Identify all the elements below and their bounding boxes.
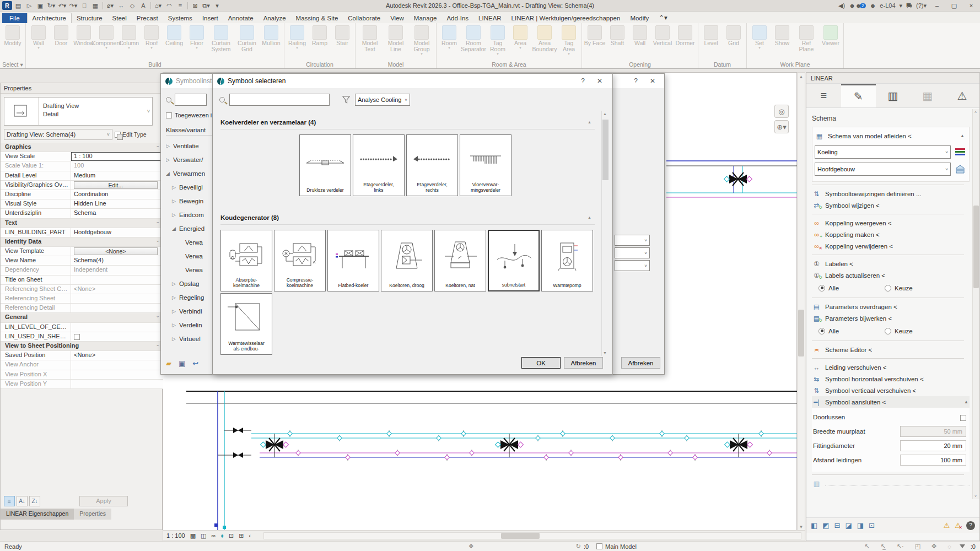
default-3d-view-icon[interactable]: ⌂▾ (153, 1, 163, 10)
property-value[interactable] (71, 370, 163, 379)
panel-help-icon[interactable]: ? (966, 521, 975, 530)
assigned-checkbox[interactable] (166, 112, 172, 118)
undo-settings-icon[interactable]: ↩ (192, 359, 198, 368)
property-section[interactable]: View to Sheet Positioning⌄ (1, 342, 163, 351)
select-underlay-toggle-icon[interactable]: ↖̲ (881, 543, 886, 550)
edit-type-button[interactable]: Edit Type (114, 129, 160, 140)
ribbon-button-curtain-system[interactable]: Curtain System (208, 24, 234, 52)
dialog-close-button[interactable]: ✕ (597, 77, 602, 85)
text-icon[interactable]: A (138, 1, 148, 10)
analysis-filter-combo[interactable]: Analyse Cooling ˅ (355, 94, 410, 106)
maximize-button[interactable]: ▢ (947, 1, 961, 10)
ribbon-button-modify[interactable]: Modify (2, 24, 24, 46)
tree-item-eindcom[interactable]: ▷Eindcom (166, 208, 213, 222)
tree-item-virtueel[interactable]: ▷Virtueel (166, 332, 213, 344)
ribbon-button-model-group[interactable]: Model Group▾ (409, 24, 434, 56)
panel-action-sym-h[interactable]: ⇆Symbool horizontaal verschuiven < (812, 373, 970, 385)
collaboration-icon[interactable]: ☻☻2 (849, 2, 866, 9)
palette-tab-properties[interactable]: Properties (74, 509, 111, 520)
tree-item-energied[interactable]: ◢Energied (166, 222, 213, 235)
property-value[interactable]: Coordination (71, 190, 163, 199)
clipped-action-row[interactable]: ▥ (812, 478, 970, 489)
ribbon-button-column[interactable]: Column▾ (118, 24, 140, 50)
tree-item-opslag[interactable]: ▷Opslag (166, 277, 213, 290)
radio-keuze[interactable]: Keuze (885, 328, 951, 334)
ribbon-button-show[interactable]: Show (771, 24, 793, 46)
symbol-tile-warmtewisselaar[interactable]: Warmtewisselaar als eindbou- (220, 293, 272, 355)
scroll-down-arrow[interactable]: ˅ (974, 494, 977, 498)
property-value[interactable] (71, 294, 163, 303)
panel-action-link-view[interactable]: ∞Koppeling weergeven < (812, 217, 970, 229)
tree-expander-icon[interactable]: ▷ (172, 185, 179, 190)
warning-new-icon[interactable]: ⚠ (944, 521, 950, 530)
system-combo[interactable]: Koeling˅ (815, 145, 951, 159)
ribbon-button-ceiling[interactable]: Ceiling (163, 24, 185, 46)
property-value[interactable]: Independent (71, 266, 163, 274)
ribbon-button-railing[interactable]: Railing▾ (286, 24, 308, 50)
tree-item-beveiligi[interactable]: ▷Beveiligi (166, 180, 213, 194)
tree-item-verwa[interactable]: Verwa (166, 249, 213, 263)
ribbon-button-by-face[interactable]: By Face (584, 24, 606, 46)
dialog-close-button[interactable]: ✕ (650, 77, 655, 85)
tree-item-verwarmen[interactable]: ◢Verwarmen (166, 166, 213, 180)
ribbon-button-door[interactable]: Door (50, 24, 72, 46)
dialog-help-button[interactable]: ? (581, 77, 585, 85)
dialog-title-bar[interactable]: Symbool selecteren ? ✕ (213, 74, 612, 88)
tag-icon[interactable]: ◇ (127, 1, 137, 10)
canvas-horizontal-scrollbar[interactable] (263, 532, 801, 539)
scrollbar-thumb[interactable] (602, 120, 609, 180)
ribbon-button-level[interactable]: Level (700, 24, 722, 46)
property-value[interactable] (71, 380, 163, 388)
instance-selector[interactable]: Drafting View: Schema(4) ˅ (4, 129, 112, 140)
scrollbar-thumb[interactable] (501, 533, 540, 539)
property-section[interactable]: Identity Data⌄ (1, 237, 163, 247)
apply-button[interactable]: Apply (79, 496, 128, 506)
panel-action-change[interactable]: ⇄↻Symbool wijzigen < (812, 199, 970, 211)
property-checkbox[interactable] (74, 334, 80, 340)
tree-item-verdelin[interactable]: ▷Verdelin (166, 318, 213, 332)
ribbon-button-vertical[interactable]: Vertical (651, 24, 674, 46)
scrollbar-thumb[interactable] (798, 310, 804, 356)
ribbon-button-set[interactable]: Set▾ (749, 24, 771, 50)
ribbon-button-ramp[interactable]: Ramp (309, 24, 331, 46)
tree-expander-icon[interactable]: ▷ (172, 281, 179, 287)
exclude-options-checkbox[interactable] (596, 543, 602, 549)
collapse-arrow-icon[interactable]: ▲ (960, 133, 966, 138)
select-cancel-button[interactable]: Afbreken (564, 357, 603, 369)
ribbon-tab-architecture[interactable]: Architecture (27, 13, 72, 23)
duct-tool-2-icon[interactable]: ◨ (857, 521, 864, 530)
detail-level-icon[interactable]: ▩ (190, 532, 196, 539)
select-by-face-toggle-icon[interactable]: ◰ (915, 543, 920, 550)
select-pinned-toggle-icon[interactable]: ↖· (897, 543, 904, 550)
settings-cancel-button[interactable]: Afbreken (621, 357, 660, 369)
ribbon-button-grid[interactable]: Grid (723, 24, 745, 46)
panel-action-link-del[interactable]: ∞✕Koppeling verwijderen < (812, 240, 970, 252)
panel-action-assign[interactable]: ⇅Symbooltoewijzingen definiëren ... (812, 188, 970, 199)
selection-filter-icon[interactable] (960, 544, 965, 548)
property-section[interactable]: Text⌄ (1, 219, 163, 228)
property-value[interactable] (71, 276, 163, 284)
tab-calculator[interactable]: ▦ (910, 84, 945, 107)
crop-region-icon[interactable]: ⊞ (239, 532, 244, 539)
background-combo-1[interactable]: ˅ (615, 235, 650, 246)
pipe-tool-1-icon[interactable]: ◧ (811, 521, 817, 530)
ribbon-display-toggle-icon[interactable]: ⌃▾ (654, 12, 672, 23)
background-combo-3[interactable]: ˅ (615, 260, 650, 271)
ribbon-button-stair[interactable]: Stair (331, 24, 353, 46)
visual-style-icon[interactable]: ◫ (201, 532, 206, 539)
panel-action-sym-v[interactable]: ⇅Symbool verticaal verschuiven < (812, 385, 970, 396)
property-value[interactable]: Hoofdgebouw (71, 228, 163, 237)
scroll-down-arrow[interactable]: ▼ (603, 351, 607, 355)
steering-wheel-icon[interactable]: ◎ (774, 105, 789, 118)
ribbon-tab-file[interactable]: File (2, 13, 27, 23)
section-icon[interactable]: ◠ (164, 1, 174, 10)
property-value-button[interactable]: Edit... (74, 181, 158, 189)
user-menu-caret[interactable]: ▾ (900, 2, 903, 9)
ribbon-tab-insert[interactable]: Insert (197, 13, 223, 23)
ribbon-tab-steel[interactable]: Steel (107, 13, 132, 23)
zoom-tool-icon[interactable]: ⊕▾ (774, 120, 789, 133)
property-value[interactable]: Medium (71, 171, 163, 180)
close-hidden-windows-icon[interactable]: ⊠ (190, 1, 200, 10)
property-value[interactable]: Schema (71, 209, 163, 218)
ribbon-button-dormer[interactable]: Dormer (674, 24, 696, 46)
